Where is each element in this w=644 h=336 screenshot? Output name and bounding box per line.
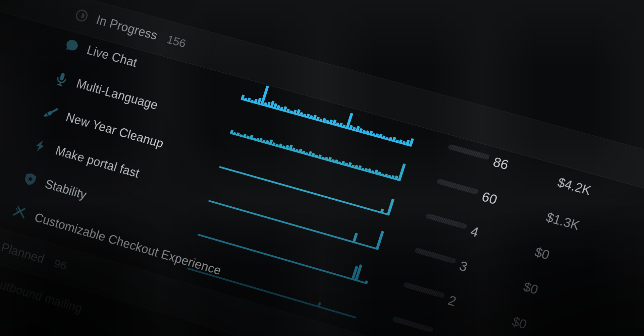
votes-bar: [425, 213, 468, 229]
revenue-value: $4.2K: [556, 175, 593, 198]
votes-bar: [403, 282, 445, 298]
feature-title: Live Chat: [85, 43, 139, 70]
roadmap-board: In Progress 156 Live Chat86$4.2KMulti-La…: [0, 0, 644, 336]
section-title: Planned: [0, 240, 46, 266]
votes-count: 4: [469, 224, 480, 240]
shield-star-icon: [21, 170, 39, 188]
revenue-value: $0: [533, 245, 551, 263]
microphone-icon: [52, 70, 71, 88]
roadmap-screenshot: In Progress 156 Live Chat86$4.2KMulti-La…: [0, 0, 644, 336]
feature-title: Stability: [43, 177, 88, 202]
revenue-value: $0: [510, 314, 529, 332]
votes-count: 86: [491, 154, 511, 173]
votes-bar: [448, 144, 490, 160]
votes-count: 3: [458, 258, 469, 275]
votes-bar: [414, 248, 457, 264]
ruler-pencil-icon: [11, 204, 29, 222]
broom-icon: [42, 104, 60, 122]
votes-bar: [392, 316, 434, 333]
chat-bubble-icon: [63, 37, 81, 55]
votes-bar: [436, 179, 479, 195]
lightning-icon: [32, 137, 50, 155]
votes-count: 2: [446, 293, 458, 309]
votes-count: 60: [480, 189, 499, 207]
revenue-value: $1.3K: [544, 210, 582, 233]
revenue-value: $0: [522, 280, 540, 298]
section-count: 96: [53, 256, 68, 272]
